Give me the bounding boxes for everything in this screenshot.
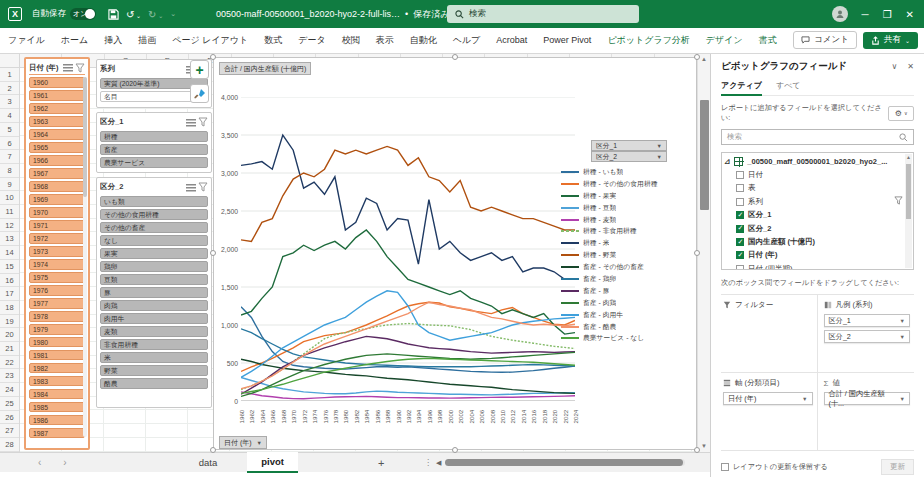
- field-checkbox[interactable]: [736, 225, 744, 233]
- scroll-left-icon[interactable]: ◀: [436, 459, 441, 467]
- ribbon-tab-数式[interactable]: 数式: [256, 28, 290, 53]
- slicer-item-1973[interactable]: 1973: [29, 246, 85, 257]
- chart-elements-button[interactable]: +: [190, 60, 209, 79]
- field-checkbox[interactable]: [736, 211, 744, 219]
- field-checkbox[interactable]: [736, 198, 744, 206]
- chart-value-field-button[interactable]: 合計 / 国内生産額 (十億円): [219, 62, 311, 75]
- row-header-25[interactable]: 25: [0, 397, 19, 411]
- slicer-item-1961[interactable]: 1961: [29, 90, 85, 101]
- field-list[interactable]: ⊿_00500_maff_00500001_b2020_hyo2_...日付表系…: [721, 152, 914, 270]
- field-item-区分_1[interactable]: 区分_1: [724, 209, 903, 222]
- sheet-horizontal-scrollbar[interactable]: ⋮ ◀: [424, 458, 685, 467]
- slicer-item-1982[interactable]: 1982: [29, 363, 85, 374]
- chart-legend-field-button-2[interactable]: 区分_2▼: [591, 151, 667, 162]
- row-header-9[interactable]: 9: [0, 178, 19, 192]
- field-item-区分_2[interactable]: 区分_2: [724, 222, 903, 235]
- qat-customize-icon[interactable]: ⌄: [170, 10, 176, 18]
- pill-dropdown-icon[interactable]: ▼: [900, 334, 905, 340]
- slicer-item-1960[interactable]: 1960: [29, 77, 85, 88]
- ribbon-tab-自動化[interactable]: 自動化: [402, 28, 445, 53]
- slicer-item-1971[interactable]: 1971: [29, 220, 85, 231]
- slicer-item-1976[interactable]: 1976: [29, 285, 85, 296]
- share-button[interactable]: 共有 ⌄: [863, 32, 918, 49]
- pill-dropdown-icon[interactable]: ▼: [900, 396, 905, 402]
- chart-legend[interactable]: 耕種 - いも類耕種 - その他の食用耕種耕種 - 果実耕種 - 豆類耕種 - …: [561, 166, 693, 344]
- slicer-item-1967[interactable]: 1967: [29, 168, 85, 179]
- legend-item[interactable]: 畜産 - 肉用牛: [561, 309, 693, 321]
- legend-item[interactable]: 耕種 - その他の食用耕種: [561, 178, 693, 190]
- row-header-1[interactable]: 1: [0, 68, 19, 82]
- ribbon-tab-ページ レイアウト[interactable]: ページ レイアウト: [164, 28, 256, 53]
- values-area[interactable]: Σ 値 合計 / 国内生産額 (十...▼: [818, 373, 915, 451]
- clear-filter-icon[interactable]: [75, 63, 85, 73]
- slicer-item-米[interactable]: 米: [100, 352, 208, 363]
- ribbon-tab-データ[interactable]: データ: [290, 28, 333, 53]
- slicer-item-その他の食用耕種[interactable]: その他の食用耕種: [100, 209, 208, 220]
- vertical-scroll-thumb[interactable]: [700, 100, 709, 210]
- legend-item[interactable]: 農業サービス - なし: [561, 332, 693, 344]
- fields-search-input[interactable]: 検索: [721, 129, 914, 145]
- row-header-22[interactable]: 22: [0, 356, 19, 370]
- row-header-26[interactable]: 26: [0, 411, 19, 425]
- field-checkbox[interactable]: [736, 265, 744, 270]
- selection-handle[interactable]: [694, 447, 700, 453]
- sheet-tab-pivot[interactable]: pivot: [247, 452, 298, 473]
- slicer-item-肉用牛[interactable]: 肉用牛: [100, 313, 208, 324]
- slicer-date-scrollbar[interactable]: [83, 77, 87, 437]
- axis-area[interactable]: 軸 (分類項目) 日付 (年)▼: [721, 373, 818, 451]
- slicer-item-1981[interactable]: 1981: [29, 350, 85, 361]
- field-checkbox[interactable]: [736, 251, 744, 259]
- filters-area[interactable]: フィルター: [721, 295, 818, 373]
- slicer-item-1970[interactable]: 1970: [29, 207, 85, 218]
- account-avatar[interactable]: [832, 6, 848, 22]
- slicer-item-1986[interactable]: 1986: [29, 415, 85, 426]
- sheet-nav-right-icon[interactable]: ›: [63, 457, 66, 468]
- legend-item[interactable]: 畜産 - 肉鶏: [561, 297, 693, 309]
- search-input[interactable]: 検索: [447, 5, 639, 23]
- slicer-item-酪農[interactable]: 酪農: [100, 378, 208, 389]
- slicer-item-麦類[interactable]: 麦類: [100, 326, 208, 337]
- row-header-21[interactable]: 21: [0, 342, 19, 356]
- ribbon-tab-Power Pivot[interactable]: Power Pivot: [535, 28, 599, 53]
- ribbon-tab-校閲[interactable]: 校閲: [334, 28, 368, 53]
- ribbon-tab-表示[interactable]: 表示: [368, 28, 402, 53]
- slicer-item-なし[interactable]: なし: [100, 235, 208, 246]
- slicer-item-1968[interactable]: 1968: [29, 181, 85, 192]
- saved-status[interactable]: 保存済み: [413, 8, 449, 21]
- area-field-pill-日付 (年)[interactable]: 日付 (年)▼: [723, 392, 813, 405]
- row-header-24[interactable]: 24: [0, 383, 19, 397]
- slicer-item-いも類[interactable]: いも類: [100, 196, 208, 207]
- slicer-item-豆類[interactable]: 豆類: [100, 274, 208, 285]
- slicer-item-1987[interactable]: 1987: [29, 428, 85, 439]
- slicer-item-1965[interactable]: 1965: [29, 142, 85, 153]
- row-header-28[interactable]: 28: [0, 438, 19, 452]
- ribbon-tab-書式[interactable]: 書式: [751, 28, 785, 53]
- row-header-17[interactable]: 17: [0, 287, 19, 301]
- restore-button[interactable]: ❐: [883, 9, 892, 20]
- field-item-日付 (年)[interactable]: 日付 (年): [724, 249, 903, 262]
- sheet-nav-left-icon[interactable]: ‹: [38, 457, 41, 468]
- pane-close-icon[interactable]: ✕: [907, 62, 914, 71]
- row-header-12[interactable]: 12: [0, 219, 19, 233]
- selection-handle[interactable]: [694, 250, 700, 256]
- selection-handle[interactable]: [452, 447, 458, 453]
- field-item-日付[interactable]: 日付: [724, 168, 903, 181]
- row-header-8[interactable]: 8: [0, 164, 19, 178]
- slicer-item-1977[interactable]: 1977: [29, 298, 85, 309]
- row-header-23[interactable]: 23: [0, 369, 19, 383]
- row-header-19[interactable]: 19: [0, 315, 19, 329]
- slicer-item-1975[interactable]: 1975: [29, 272, 85, 283]
- field-checkbox[interactable]: [736, 184, 744, 192]
- chart-styles-button[interactable]: [190, 84, 209, 103]
- row-headers[interactable]: 1234567891011121314151617181920212223242…: [0, 68, 20, 452]
- undo-icon[interactable]: ↺ ⌄: [126, 9, 141, 20]
- ribbon-tab-ピボットグラフ分析[interactable]: ピボットグラフ分析: [599, 28, 697, 53]
- slicer-item-1983[interactable]: 1983: [29, 376, 85, 387]
- slicer-item-1980[interactable]: 1980: [29, 337, 85, 348]
- slicer-item-1966[interactable]: 1966: [29, 155, 85, 166]
- area-field-pill-区分_1[interactable]: 区分_1▼: [824, 314, 911, 327]
- series-line-耕種 - 果実[interactable]: [241, 230, 575, 334]
- collapse-icon[interactable]: ⊿: [724, 157, 730, 166]
- slicer-item-1979[interactable]: 1979: [29, 324, 85, 335]
- redo-icon[interactable]: ↻ ⌄: [148, 9, 163, 20]
